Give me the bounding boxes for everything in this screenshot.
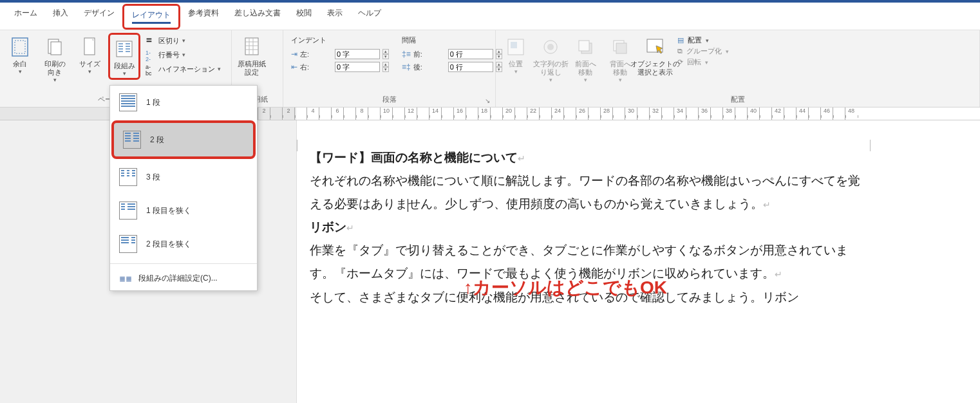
columns-more-icon: ≣≣ bbox=[119, 274, 132, 283]
annotation-text: ↑カーソルはどこでもOK bbox=[464, 276, 667, 300]
forward-icon bbox=[575, 37, 596, 57]
arrange-group-label: 配置 bbox=[500, 93, 975, 106]
rotate-button[interactable]: ⟳回転 ▾ bbox=[677, 57, 729, 67]
ruler-tick bbox=[588, 108, 600, 120]
align-button[interactable]: ▤配置 ▾ bbox=[677, 35, 729, 45]
columns-two[interactable]: 2 段 bbox=[111, 120, 256, 159]
ruler-tick: 6 bbox=[331, 108, 343, 120]
ruler-tick bbox=[686, 108, 698, 120]
tab-references[interactable]: 参考資料 bbox=[180, 4, 227, 30]
send-backward-button[interactable]: 背面へ 移動▾ bbox=[604, 33, 636, 84]
line-numbers-button[interactable]: 1-2-行番号 ▾ bbox=[143, 48, 223, 61]
ruler-tick: 2 bbox=[282, 108, 294, 120]
doc-para-2: 作業を『タブ』で切り替えることができ、タブごとに作業がしやすくなるボタンが用意さ… bbox=[310, 243, 848, 280]
tab-review[interactable]: 校閲 bbox=[288, 4, 319, 30]
manuscript-button[interactable]: 原稿用紙 設定 bbox=[236, 33, 268, 78]
breaks-button[interactable]: 〓区切り ▾ bbox=[143, 34, 223, 47]
svg-rect-26 bbox=[616, 43, 627, 53]
margins-icon bbox=[10, 37, 30, 57]
spacing-before-input[interactable] bbox=[448, 49, 493, 59]
ruler-tick: 48 bbox=[845, 108, 857, 120]
margins-button[interactable]: 余白▾ bbox=[4, 33, 36, 76]
ruler-tick bbox=[319, 108, 331, 120]
breaks-icon: 〓 bbox=[146, 35, 156, 46]
columns-one[interactable]: 1 段 bbox=[110, 86, 257, 119]
position-icon bbox=[505, 37, 526, 57]
selection-pane-button[interactable]: オブジェクトの 選択と表示 bbox=[639, 33, 671, 78]
spacing-before-label: 前: bbox=[413, 50, 446, 59]
wrap-icon bbox=[540, 37, 561, 57]
document-page[interactable]: 【ワード】画面の名称と機能について↵ それぞれの名称や機能について順に解説します… bbox=[296, 120, 980, 403]
columns-icon bbox=[114, 39, 135, 59]
indent-header: インデント bbox=[291, 35, 389, 45]
tab-help[interactable]: ヘルプ bbox=[350, 4, 389, 30]
ruler-tick bbox=[294, 108, 306, 120]
spacing-after-icon: ≡‡ bbox=[402, 62, 411, 71]
ruler-tick bbox=[441, 108, 453, 120]
indent-right-spinner[interactable]: ▴▾ bbox=[382, 62, 389, 72]
svg-rect-3 bbox=[51, 42, 61, 55]
position-button[interactable]: 位置▾ bbox=[500, 33, 532, 76]
wrap-button[interactable]: 文字列の折 り返し▾ bbox=[534, 33, 567, 84]
ruler-tick: 46 bbox=[820, 108, 833, 120]
tab-design[interactable]: デザイン bbox=[76, 4, 122, 30]
ruler-tick: 28 bbox=[600, 108, 612, 120]
indent-left-spinner[interactable]: ▴▾ bbox=[382, 49, 389, 59]
columns-more[interactable]: ≣≣ 段組みの詳細設定(C)... bbox=[110, 267, 257, 290]
group-button[interactable]: ⧉グループ化 ▾ bbox=[677, 46, 729, 56]
ruler-tick: 14 bbox=[429, 108, 441, 120]
ruler-tick bbox=[368, 108, 380, 120]
doc-heading-1: 【ワード】画面の名称と機能について bbox=[310, 151, 518, 164]
ruler-tick: 2 bbox=[258, 108, 270, 120]
hyphenation-button[interactable]: a-bcハイフネーション ▾ bbox=[143, 62, 223, 75]
ruler-tick: 20 bbox=[502, 108, 514, 120]
columns-narrow-left[interactable]: 1 段目を狭く bbox=[110, 194, 257, 227]
indent-right-input[interactable] bbox=[335, 62, 380, 72]
orientation-button[interactable]: 印刷の 向き▾ bbox=[39, 33, 71, 84]
tab-view[interactable]: 表示 bbox=[319, 4, 350, 30]
ruler-tick bbox=[563, 108, 576, 120]
paragraph-launcher[interactable]: ↘ bbox=[485, 97, 490, 104]
ruler-tick bbox=[612, 108, 625, 120]
paragraph-mark: ↵ bbox=[518, 154, 525, 164]
rotate-icon: ⟳ bbox=[677, 58, 683, 66]
ruler-tick: 36 bbox=[698, 108, 710, 120]
ruler-tick bbox=[833, 108, 845, 120]
ruler-tick bbox=[661, 108, 674, 120]
spacing-after-label: 後: bbox=[413, 62, 446, 72]
columns-three[interactable]: 3 段 bbox=[110, 160, 257, 194]
indent-left-input[interactable] bbox=[335, 49, 380, 59]
svg-point-22 bbox=[547, 44, 554, 50]
ruler-tick: 34 bbox=[674, 108, 686, 120]
ruler-tick: 42 bbox=[771, 108, 784, 120]
columns-button[interactable]: 段組み▾ bbox=[108, 33, 140, 80]
backward-icon bbox=[610, 37, 630, 57]
columns-dropdown: 1 段 2 段 3 段 1 段目を狭く 2 段目を狭く ≣≣ 段組みの詳細設定(… bbox=[109, 85, 258, 291]
ruler-tick bbox=[539, 108, 551, 120]
columns-narrow-left-icon bbox=[119, 202, 137, 220]
ruler-tick: 44 bbox=[796, 108, 808, 120]
svg-rect-24 bbox=[579, 41, 589, 51]
tab-home[interactable]: ホーム bbox=[6, 4, 45, 30]
ribbon-tabs: ホーム 挿入 デザイン レイアウト 参考資料 差し込み文書 校閲 表示 ヘルプ bbox=[0, 3, 980, 30]
ruler-tick bbox=[270, 108, 282, 120]
tab-insert[interactable]: 挿入 bbox=[45, 4, 76, 30]
ruler-tick bbox=[808, 108, 820, 120]
indent-left-label: 左: bbox=[300, 50, 332, 59]
tab-layout[interactable]: レイアウト bbox=[122, 4, 180, 30]
spacing-after-input[interactable] bbox=[448, 62, 493, 72]
ruler-tick bbox=[735, 108, 747, 120]
ruler-tick: 8 bbox=[355, 108, 368, 120]
ruler-tick bbox=[490, 108, 502, 120]
size-button[interactable]: サイズ▾ bbox=[73, 33, 106, 76]
ruler-tick: 32 bbox=[649, 108, 661, 120]
spacing-header: 間隔 bbox=[402, 35, 502, 45]
ruler-tick: 38 bbox=[722, 108, 735, 120]
tab-mailings[interactable]: 差し込み文書 bbox=[227, 4, 288, 30]
doc-para-1b: せん。少しずつ、使用頻度の高いものから覚えていきましょう。 bbox=[408, 197, 763, 211]
columns-narrow-right[interactable]: 2 段目を狭く bbox=[110, 227, 257, 261]
margin-corner-tl bbox=[297, 140, 308, 151]
paragraph-group-label: 段落↘ bbox=[287, 93, 491, 106]
bring-forward-button[interactable]: 前面へ 移動▾ bbox=[569, 33, 601, 84]
ruler-tick bbox=[417, 108, 429, 120]
